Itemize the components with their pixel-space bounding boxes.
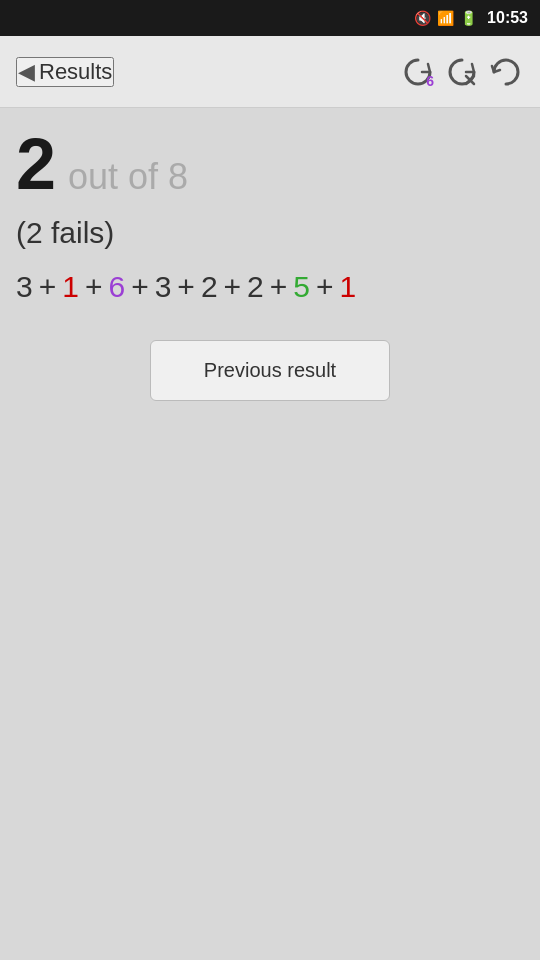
dice-purple: 6 <box>108 270 125 304</box>
dice-plus: + <box>177 270 195 304</box>
score-out-of: out of 8 <box>68 156 188 198</box>
dice-plus: + <box>131 270 149 304</box>
dice-normal: 2 <box>201 270 218 304</box>
dice-green: 5 <box>293 270 310 304</box>
status-time: 10:53 <box>487 9 528 27</box>
previous-result-button[interactable]: Previous result <box>150 340 390 401</box>
dice-plus: + <box>85 270 103 304</box>
dice-normal: 2 <box>247 270 264 304</box>
signal-icon: 📶 <box>437 10 454 26</box>
score-number: 2 <box>16 128 56 200</box>
battery-icon: 🔋 <box>460 10 477 26</box>
dice-red: 1 <box>62 270 79 304</box>
c6-button[interactable]: 6 <box>400 54 436 90</box>
cx-icon <box>444 54 480 90</box>
fails-line: (2 fails) <box>16 216 524 250</box>
toolbar: ◀ Results 6 <box>0 36 540 108</box>
c6-subscript: 6 <box>426 74 434 88</box>
cx-button[interactable] <box>444 54 480 90</box>
main-content: 2 out of 8 (2 fails) 3+1+6+3+2+2+5+1 Pre… <box>0 108 540 421</box>
dice-red: 1 <box>340 270 357 304</box>
dice-plus: + <box>270 270 288 304</box>
status-bar: 🔇 📶 🔋 10:53 <box>0 0 540 36</box>
back-button[interactable]: ◀ Results <box>16 57 114 87</box>
dice-normal: 3 <box>16 270 33 304</box>
refresh-icon <box>488 54 524 90</box>
dice-normal: 3 <box>155 270 172 304</box>
refresh-button[interactable] <box>488 54 524 90</box>
dice-plus: + <box>39 270 57 304</box>
dice-plus: + <box>224 270 242 304</box>
score-line: 2 out of 8 <box>16 128 524 200</box>
dice-plus: + <box>316 270 334 304</box>
toolbar-title: Results <box>39 59 112 85</box>
mute-icon: 🔇 <box>414 10 431 26</box>
back-arrow-icon: ◀ <box>18 59 35 85</box>
toolbar-actions: 6 <box>400 54 524 90</box>
dice-expression: 3+1+6+3+2+2+5+1 <box>16 270 524 304</box>
